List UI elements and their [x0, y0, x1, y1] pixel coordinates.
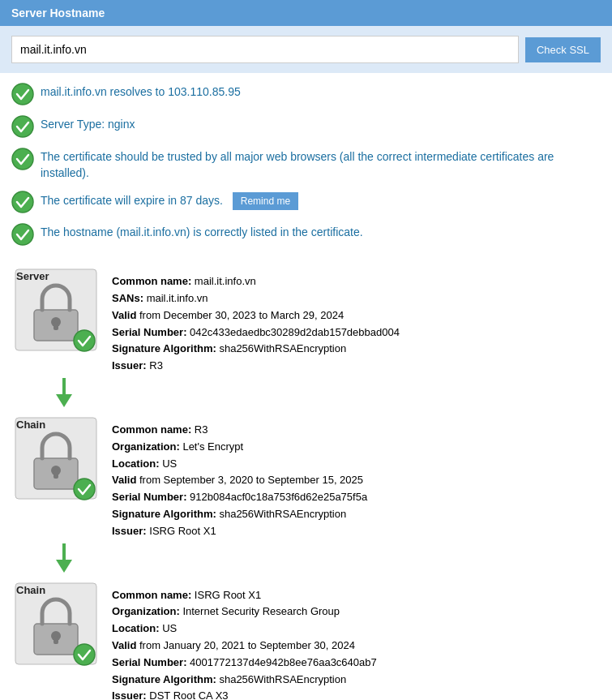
cert-chain2-info: Common name: ISRG Root X1 Organization: … — [112, 579, 601, 700]
check-expiry-text: The certificate will expire in 87 days. … — [41, 189, 298, 210]
svg-marker-11 — [56, 394, 72, 407]
check-ssl-button[interactable]: Check SSL — [525, 37, 601, 62]
svg-rect-8 — [53, 322, 58, 330]
check-icon-expiry — [11, 191, 34, 213]
remind-me-button[interactable]: Remind me — [233, 192, 298, 210]
cert-chain1-info: Common name: R3 Organization: Let's Encr… — [112, 414, 601, 540]
header-bar: Server Hostname — [0, 0, 612, 26]
svg-rect-15 — [53, 470, 58, 479]
check-hostname: The hostname (mail.it.info.vn) is correc… — [11, 221, 601, 246]
svg-marker-18 — [56, 560, 72, 573]
check-server-type: Server Type: nginx — [11, 114, 601, 138]
svg-point-1 — [12, 116, 33, 137]
search-row: Check SSL — [0, 26, 612, 73]
cert-card-server: Server Common name: mail.it.info.vn SANs… — [11, 265, 601, 375]
cert-chain: Server Common name: mail.it.info.vn SANs… — [0, 262, 612, 700]
check-server-type-text: Server Type: nginx — [41, 114, 135, 133]
svg-point-16 — [74, 479, 95, 500]
svg-point-9 — [74, 330, 95, 351]
cert-chain1-check-badge — [73, 478, 96, 500]
cert-card-chain-1: Chain Common name: R3 Organization: Let'… — [11, 414, 601, 540]
hostname-input[interactable] — [11, 36, 519, 63]
check-resolve: mail.it.info.vn resolves to 103.110.85.9… — [11, 81, 601, 105]
cert-icon-chain-2: Chain — [11, 579, 101, 671]
cert-icon-chain-1: Chain — [11, 414, 101, 505]
down-arrow-icon-1 — [52, 378, 76, 410]
check-trusted: The certificate should be trusted by all… — [11, 146, 601, 181]
check-icon-hostname — [11, 223, 34, 246]
check-icon-trusted — [11, 148, 34, 170]
check-resolve-text: mail.it.info.vn resolves to 103.110.85.9… — [41, 81, 241, 101]
cert-server-label: Server — [16, 270, 49, 282]
svg-point-0 — [12, 84, 33, 105]
cert-server-info: Common name: mail.it.info.vn SANs: mail.… — [112, 265, 601, 375]
check-icon-resolve — [11, 83, 34, 105]
cert-server-check-badge — [73, 329, 96, 352]
cert-icon-server: Server — [11, 265, 101, 357]
arrow-down-2 — [11, 543, 601, 576]
check-hostname-text: The hostname (mail.it.info.vn) is correc… — [41, 221, 363, 241]
cert-card-chain-2: Chain Common name: ISRG Root X1 Organiza… — [11, 579, 601, 700]
check-expiry: The certificate will expire in 87 days. … — [11, 189, 601, 213]
arrow-down-1 — [11, 378, 601, 410]
svg-point-4 — [12, 224, 33, 245]
check-trusted-text: The certificate should be trusted by all… — [41, 146, 601, 181]
cert-chain2-label: Chain — [16, 584, 45, 596]
cert-chain2-check-badge — [73, 643, 96, 666]
svg-point-23 — [74, 644, 95, 665]
cert-chain1-label: Chain — [16, 419, 45, 431]
svg-rect-22 — [53, 636, 58, 644]
header-title: Server Hostname — [11, 6, 105, 19]
svg-point-2 — [12, 148, 33, 170]
down-arrow-icon-2 — [52, 543, 76, 576]
check-icon-server-type — [11, 115, 34, 138]
results-section: mail.it.info.vn resolves to 103.110.85.9… — [0, 73, 612, 262]
svg-point-3 — [12, 191, 33, 213]
